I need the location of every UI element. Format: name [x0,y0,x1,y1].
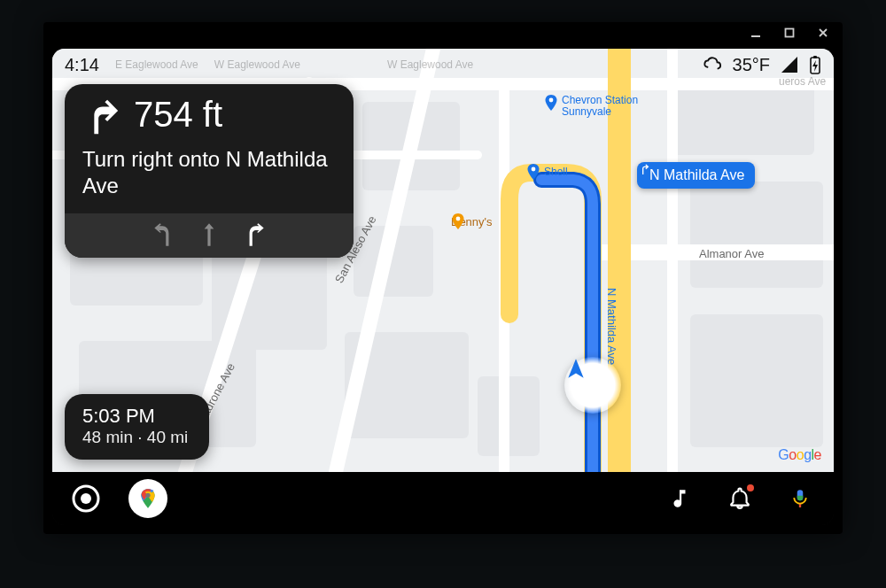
microphone-icon [789,487,812,510]
lane-left-icon [150,220,176,249]
navigation-arrow-icon [564,357,587,380]
window-frame: San Aleso Ave Madrone Ave Almanor Ave ue… [43,22,843,534]
svg-point-21 [145,493,150,498]
gas-pin-icon [544,98,558,114]
road-label-mathilda-vertical: N Mathilda Ave [605,288,618,365]
google-attribution: Google [778,447,821,463]
svg-rect-0 [751,35,760,37]
poi-label: Chevron Station Sunnyvale [562,95,641,117]
close-button[interactable] [811,22,835,43]
titlebar [736,22,843,43]
next-street-label: N Mathilda Ave [649,167,744,183]
minimize-button[interactable] [743,22,768,43]
voice-assistant-button[interactable] [782,481,818,516]
svg-point-16 [456,217,461,221]
svg-rect-12 [690,314,823,447]
eta-arrival: 5:03 PM [82,405,188,428]
nav-instruction: Turn right onto N Mathilda Ave [65,144,354,213]
poi-shell[interactable]: Shell [526,164,568,180]
maximize-button[interactable] [777,22,802,43]
next-street-chip: N Mathilda Ave [637,162,755,189]
svg-point-14 [549,98,554,103]
navigation-card[interactable]: 754 ft Turn right onto N Mathilda Ave [65,84,354,258]
road-label-almanor: Almanor Ave [699,247,764,260]
launcher-button[interactable] [68,481,104,516]
svg-point-15 [532,167,536,172]
poi-label: Shell [544,166,568,178]
head-unit-screen: San Aleso Ave Madrone Ave Almanor Ave ue… [52,49,834,525]
launcher-icon [71,484,101,514]
lane-right-active-icon [242,220,268,249]
notifications-button[interactable] [722,481,758,516]
google-maps-icon [136,487,159,510]
map-area[interactable]: San Aleso Ave Madrone Ave Almanor Ave ue… [52,49,834,472]
system-bottom-bar [52,472,834,525]
vehicle-puck [564,357,621,414]
eta-summary: 48 min · 40 mi [82,428,188,447]
turn-right-icon [81,97,121,141]
nav-distance: 754 ft [134,97,222,132]
svg-rect-1 [786,29,794,37]
gas-pin-icon [526,164,540,180]
notification-dot-icon [747,484,754,491]
music-button[interactable] [662,481,697,516]
svg-rect-22 [799,504,801,507]
poi-chevron[interactable]: Chevron Station Sunnyvale [544,95,641,117]
lane-straight-icon [196,220,222,249]
restaurant-pin-icon [496,213,510,229]
lane-guidance [65,213,354,258]
music-note-icon [668,487,691,510]
poi-dennys[interactable]: Denny's [451,213,510,229]
maps-app-button[interactable] [128,479,167,518]
road-label-ueros: ueros Ave [779,75,826,88]
svg-rect-11 [690,182,823,288]
svg-rect-10 [672,84,814,155]
eta-card[interactable]: 5:03 PM 48 min · 40 mi [65,394,209,460]
svg-point-20 [81,493,91,504]
